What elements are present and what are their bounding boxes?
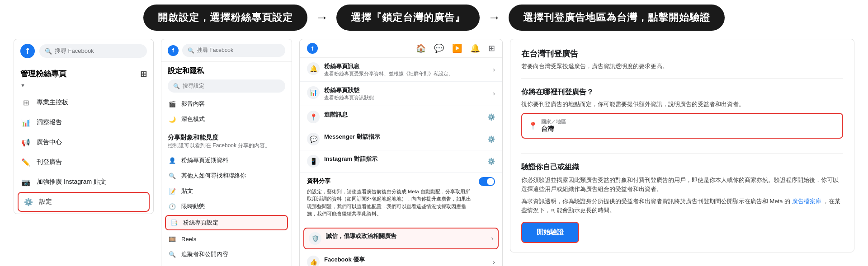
facebook-logo: f bbox=[20, 44, 35, 58]
nav-instagram[interactable]: 📷 加強推廣 Instagram 貼文 bbox=[14, 172, 153, 192]
country-select[interactable]: 📍 國家／地區 台灣 bbox=[521, 113, 843, 139]
settings-search-bar[interactable]: 🔍 搜尋設定 bbox=[168, 79, 285, 93]
nav-settings[interactable]: ⚙️ 設定 bbox=[18, 192, 150, 212]
panel-3-ad-settings: f 🏠 💬 ▶️ 🔔 ⊞ 🔔 粉絲專頁訊息 查看粉絲專頁受眾分享資料、並根據《社… bbox=[299, 39, 503, 266]
step-1-header: 開啟設定，選擇粉絲專頁設定 bbox=[143, 5, 307, 31]
ad-location-section: 你將在哪裡刊登廣告？ 視你要刊登廣告的地點而定，你可能需要提供額外資訊，說明廣告… bbox=[521, 88, 843, 154]
start-verify-button[interactable]: 開始驗證 bbox=[521, 222, 579, 243]
settings-page-recent-info[interactable]: 👤 粉絲專頁近期資料 bbox=[161, 153, 292, 168]
settings-page-tags[interactable]: 📌 粉絲專頁和標籤 bbox=[161, 262, 292, 266]
fb-search-label: 搜尋 Facebook bbox=[55, 47, 94, 55]
darkmode-icon: 🌙 bbox=[168, 115, 177, 124]
panel-4-info: 在台灣刊登廣告 若要向台灣受眾投遞廣告，廣告資訊透明度的要求更高。 你將在哪裡刊… bbox=[510, 39, 854, 252]
shield-ad-icon: 🛡️ bbox=[309, 232, 321, 245]
insights-icon: 📊 bbox=[20, 117, 31, 128]
main-container: 開啟設定，選擇粉絲專頁設定 → 選擇『鎖定台灣的廣告』 → 選擇刊登廣告地區為台… bbox=[0, 0, 868, 266]
posts-icon: 📝 bbox=[168, 187, 177, 196]
chevron-bonus: › bbox=[493, 258, 495, 266]
panel-2-settings: f 🔍 搜尋 Facebook 設定和隱私 🔍 搜尋設定 🎬 影音內容 🌙 深色… bbox=[161, 39, 292, 266]
page-info-icon: 👤 bbox=[168, 156, 177, 165]
step-3-header: 選擇刊登廣告地區為台灣，點擊開始驗證 bbox=[509, 5, 725, 31]
taiwan-ad-section: 在台灣刊登廣告 若要向台灣受眾投遞廣告，廣告資訊透明度的要求更高。 bbox=[521, 48, 843, 79]
chat-icon[interactable]: 💬 bbox=[434, 43, 444, 53]
settings-header: f 🔍 搜尋 Facebook bbox=[161, 39, 292, 62]
settings-find-contact[interactable]: 🔍 其他人如何尋找和聯絡你 bbox=[161, 168, 292, 183]
chevron-3: ⚙️ bbox=[487, 113, 495, 121]
panel-1-facebook-sidebar: f 🔍 搜尋 Facebook 管理粉絲專頁 ⊞ ▼ ⊞ 專業主控板 📊 bbox=[14, 39, 154, 214]
video-nav-icon[interactable]: ▶️ bbox=[452, 43, 462, 53]
data-sharing-toggle[interactable] bbox=[479, 177, 495, 186]
ig-icon: 📱 bbox=[307, 155, 320, 168]
settings-icon: ⚙️ bbox=[23, 196, 34, 207]
reels-icon: 🎞️ bbox=[168, 234, 177, 243]
panels-wrapper: f 🔍 搜尋 Facebook 管理粉絲專頁 ⊞ ▼ ⊞ 專業主控板 📊 bbox=[9, 39, 859, 266]
settings-followers[interactable]: 🔍 追蹤者和公開內容 bbox=[161, 247, 292, 262]
chevron-taiwan: › bbox=[491, 235, 493, 242]
ad-center-icon: 📢 bbox=[20, 137, 31, 148]
bonus-icon: 👍 bbox=[307, 256, 320, 266]
step-headers: 開啟設定，選擇粉絲專頁設定 → 選擇『鎖定台灣的廣告』 → 選擇刊登廣告地區為台… bbox=[9, 5, 859, 31]
nav-items: ⊞ 專業主控板 📊 洞察報告 📢 廣告中心 ✏️ 刊登廣告 📷 加強推 bbox=[14, 91, 153, 214]
dashboard-icon: ⊞ bbox=[20, 97, 31, 108]
notifications-icon: 🔔 bbox=[307, 62, 320, 75]
panel3-page-status[interactable]: 📊 粉絲專頁狀態 查看粉絲專頁資訊狀態 › bbox=[300, 82, 502, 106]
chevron-5: ⚙️ bbox=[487, 158, 495, 165]
settings-posts[interactable]: 📝 貼文 bbox=[161, 183, 292, 199]
nav-insights[interactable]: 📊 洞察報告 bbox=[14, 112, 153, 132]
panel3-messenger[interactable]: 💬 Messenger 對話指示 ⚙️ bbox=[300, 128, 502, 150]
settings-search-icon2: 🔍 bbox=[173, 83, 180, 89]
panel3-instagram[interactable]: 📱 Instagram 對話指示 ⚙️ bbox=[300, 150, 502, 173]
settings-fb-logo: f bbox=[168, 45, 179, 56]
advanced-icon: 📍 bbox=[307, 111, 320, 123]
search-icon: 🔍 bbox=[45, 48, 52, 55]
nav-publish-ad[interactable]: ✏️ 刊登廣告 bbox=[14, 152, 153, 172]
manage-icon: ⊞ bbox=[140, 69, 147, 79]
find-icon: 🔍 bbox=[168, 171, 177, 180]
step-arrow-2: → bbox=[480, 10, 509, 25]
home-icon[interactable]: 🏠 bbox=[416, 43, 426, 53]
step-arrow-1: → bbox=[307, 10, 336, 25]
settings-search-icon: 🔍 bbox=[188, 47, 194, 54]
ad-library-link[interactable]: 廣告檔案庫 bbox=[792, 198, 821, 205]
settings-darkmode[interactable]: 🌙 深色模式 bbox=[161, 112, 292, 127]
location-pin-icon: 📍 bbox=[528, 121, 538, 130]
settings-reels[interactable]: 🎞️ Reels bbox=[161, 231, 292, 247]
publish-icon: ✏️ bbox=[20, 157, 31, 168]
panel3-taiwan-ad[interactable]: 🛡️ 誠信，倡導或政治相關廣告 › bbox=[303, 228, 499, 249]
chevron-1: › bbox=[493, 66, 495, 73]
chevron-2: › bbox=[493, 90, 495, 97]
fb-search-box[interactable]: 🔍 搜尋 Facebook bbox=[39, 44, 147, 58]
settings-page-settings[interactable]: 📑 粉絲專頁設定 bbox=[165, 215, 288, 230]
instagram-icon: 📷 bbox=[20, 177, 31, 187]
bell-icon[interactable]: 🔔 bbox=[470, 43, 480, 53]
settings-video[interactable]: 🎬 影音內容 bbox=[161, 96, 292, 112]
nav-dashboard[interactable]: ⊞ 專業主控板 bbox=[14, 93, 153, 112]
share-section: 分享對象和能見度 控制誰可以看到在 Facebook 分享的內容。 bbox=[161, 129, 292, 153]
chevron-4: ⚙️ bbox=[487, 135, 495, 143]
panel3-fb-logo: f bbox=[307, 43, 318, 54]
data-sharing-section: 資料分享 的設定，藝術到，請使查看廣告前後由分後成 Meta 自動動配，分享取用… bbox=[300, 173, 502, 226]
settings-search-box[interactable]: 🔍 搜尋 Facebook bbox=[182, 44, 285, 57]
panel3-page-notifications[interactable]: 🔔 粉絲專頁訊息 查看粉絲專頁受眾分享資料、並根據《社群守則》私設定。 › bbox=[300, 58, 502, 82]
panel3-advanced-info[interactable]: 📍 進階訊息 ⚙️ bbox=[300, 106, 502, 128]
panel3-nav: f 🏠 💬 ▶️ 🔔 ⊞ bbox=[300, 39, 502, 58]
page-settings-icon: 📑 bbox=[170, 218, 179, 227]
stories-icon: 🕐 bbox=[168, 202, 177, 211]
settings-title: 設定和隱私 bbox=[161, 62, 292, 78]
followers-icon: 🔍 bbox=[168, 250, 177, 259]
grid-icon[interactable]: ⊞ bbox=[488, 43, 495, 53]
messenger-icon: 💬 bbox=[307, 133, 320, 145]
panel3-nav-icons: 🏠 💬 ▶️ 🔔 ⊞ bbox=[416, 43, 495, 53]
status-icon: 📊 bbox=[307, 86, 320, 99]
step-2-header: 選擇『鎖定台灣的廣告』 bbox=[336, 5, 480, 31]
nav-ad-center[interactable]: 📢 廣告中心 bbox=[14, 132, 153, 152]
settings-stories[interactable]: 🕐 限時動態 bbox=[161, 199, 292, 214]
fb-header: f 🔍 搜尋 Facebook bbox=[14, 39, 153, 63]
video-icon: 🎬 bbox=[168, 99, 177, 108]
panel3-fb-bonus[interactable]: 👍 Facebook 優享 › bbox=[300, 251, 502, 266]
verify-section: 驗證你自己或組織 你必須驗證並揭露因此類廣告受益的對象和付費刊登廣告的用戶，即使… bbox=[521, 163, 843, 243]
manage-page-title: 管理粉絲專頁 ⊞ bbox=[14, 63, 153, 81]
